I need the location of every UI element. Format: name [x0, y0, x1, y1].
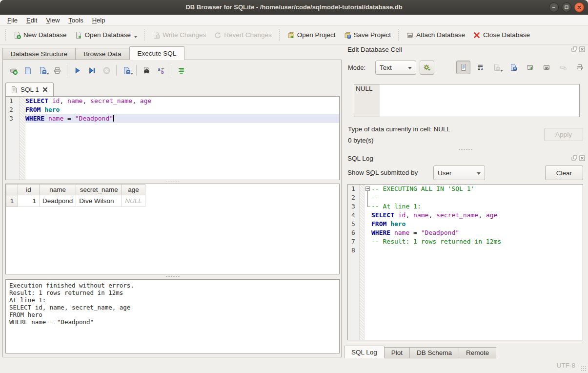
fold-margin-cell	[360, 185, 365, 193]
sql-log-view[interactable]: 1-- EXECUTING ALL IN 'SQL 1'2--3-- At li…	[347, 184, 583, 340]
fold-marker	[365, 237, 371, 246]
code-token: "Deadpond"	[421, 229, 459, 236]
toolbar-separator	[136, 65, 137, 76]
tab-browse-data[interactable]: Browse Data	[75, 48, 129, 60]
log-filter-select[interactable]: User	[433, 166, 485, 180]
bottom-tab-db-schema[interactable]: DB Schema	[410, 347, 459, 358]
column-header-age[interactable]: age	[122, 185, 145, 195]
menu-tools[interactable]: Tools	[64, 16, 87, 25]
print-cell-button[interactable]	[572, 61, 587, 74]
text-view-button[interactable]	[456, 61, 470, 74]
cell-name[interactable]: Deadpond	[40, 195, 76, 207]
execute-all-button[interactable]	[70, 63, 84, 77]
print-button[interactable]	[50, 63, 64, 77]
attach-database-button[interactable]: Attach Database	[402, 29, 469, 41]
line-number: 4	[348, 211, 360, 220]
close-dock-icon[interactable]	[579, 46, 585, 53]
open-project-button[interactable]: Open Project	[283, 29, 340, 41]
find-replace-button[interactable]: ab	[154, 63, 168, 77]
save-project-button[interactable]: Save Project	[340, 29, 395, 41]
corner-cell[interactable]	[6, 185, 18, 195]
sql-editor[interactable]: 1SELECT id, name, secret_name, age2FROM …	[5, 96, 340, 180]
splitter-results-message[interactable]	[5, 275, 340, 278]
open-database-button[interactable]: Open Database	[71, 29, 142, 41]
close-database-button[interactable]: Close Database	[469, 29, 534, 41]
save-results-button[interactable]	[119, 63, 134, 77]
code-token: WHERE	[25, 115, 44, 122]
gear-apply-icon	[423, 63, 431, 72]
code-token: -- Result: 1 rows returned in 12ms	[371, 238, 501, 245]
code-token	[390, 229, 394, 236]
bottom-tab-remote[interactable]: Remote	[459, 347, 496, 358]
save-sql-file-button[interactable]	[35, 63, 50, 77]
set-null-button[interactable]	[556, 61, 570, 74]
mode-select[interactable]: Text	[375, 61, 416, 75]
open-sql-file-button[interactable]	[20, 63, 35, 77]
import-file-button[interactable]	[489, 61, 504, 74]
close-database-icon	[473, 31, 481, 39]
line-number: 5	[348, 220, 360, 228]
resize-grip[interactable]	[581, 366, 587, 372]
cell-age[interactable]: NULL	[122, 195, 145, 207]
import-file-icon	[493, 63, 501, 71]
row-number[interactable]: 1	[6, 195, 18, 207]
cell-id[interactable]: 1	[18, 195, 40, 207]
new-database-button[interactable]: New Database	[9, 29, 71, 41]
menu-edit[interactable]: Edit	[22, 16, 41, 25]
dropdown-caret-icon[interactable]	[46, 73, 49, 75]
menu-file[interactable]: File	[3, 16, 22, 25]
menu-view[interactable]: View	[41, 16, 64, 25]
minimize-button[interactable]	[549, 2, 559, 12]
code-token: ,	[428, 211, 436, 219]
revert-changes-button[interactable]: Revert Changes	[210, 29, 276, 41]
tab-execute-sql[interactable]: Execute SQL	[129, 46, 185, 60]
float-dock-icon[interactable]	[571, 155, 577, 162]
format-sql-button[interactable]	[174, 63, 188, 77]
apply-button[interactable]: Apply	[544, 128, 583, 141]
float-dock-icon[interactable]	[571, 46, 577, 53]
write-changes-button[interactable]: Write Changes	[148, 29, 210, 41]
set-null-icon	[559, 63, 567, 71]
tab-database-structure[interactable]: Database Structure	[2, 48, 75, 60]
splitter-docks[interactable]	[344, 148, 587, 151]
close-tab-icon[interactable]	[42, 86, 48, 93]
open-database-label: Open Database	[85, 31, 131, 39]
stop-button[interactable]	[99, 63, 114, 77]
splitter-editor-results[interactable]	[5, 180, 340, 184]
code-token: name	[413, 211, 428, 219]
fold-margin-cell	[20, 105, 25, 114]
code-text: -- Result: 1 rows returned in 12ms	[371, 237, 501, 246]
export-file-button[interactable]	[506, 61, 520, 74]
word-wrap-button[interactable]	[473, 61, 487, 74]
dropdown-caret-icon[interactable]	[500, 70, 503, 72]
cell-editor[interactable]: NULL	[354, 84, 580, 117]
copy-link-button[interactable]	[539, 61, 553, 74]
execute-current-line-button[interactable]	[84, 63, 99, 77]
maximize-button[interactable]	[562, 2, 571, 12]
bottom-tab-plot[interactable]: Plot	[385, 347, 410, 358]
open-external-button[interactable]	[523, 61, 537, 74]
column-header-name[interactable]: name	[40, 185, 76, 195]
close-dock-icon[interactable]	[579, 155, 585, 162]
close-button[interactable]	[574, 2, 584, 12]
execute-sql-pane: ab SQL 1 1SELECT id, name, secret_name, …	[2, 60, 342, 357]
code-token: -- EXECUTING ALL IN 'SQL 1'	[371, 185, 474, 192]
cell-secret-name[interactable]: Dive Wilson	[76, 195, 122, 207]
code-line: 5FROM hero	[348, 220, 583, 228]
find-button[interactable]	[139, 63, 154, 77]
dock-area: Edit Database Cell Mode: Text NUL	[344, 44, 587, 361]
results-grid[interactable]: idnamesecret_nameage11DeadpondDive Wilso…	[5, 184, 340, 274]
apply-auto-button[interactable]	[420, 61, 434, 75]
column-header-secret-name[interactable]: secret_name	[76, 185, 122, 195]
sql-editor-tab[interactable]: SQL 1	[5, 83, 54, 96]
menu-help[interactable]: Help	[88, 16, 110, 25]
dropdown-caret-icon[interactable]	[134, 36, 137, 38]
new-tab-button[interactable]	[6, 63, 20, 77]
code-token: --	[371, 194, 379, 201]
dropdown-caret-icon[interactable]	[130, 73, 133, 75]
clear-log-button[interactable]: Clear	[545, 166, 583, 180]
code-line: 7-- Result: 1 rows returned in 12ms	[348, 237, 583, 246]
column-header-id[interactable]: id	[18, 185, 40, 195]
bottom-tab-sql-log[interactable]: SQL Log	[344, 346, 385, 358]
encoding-indicator: UTF-8	[557, 362, 575, 369]
